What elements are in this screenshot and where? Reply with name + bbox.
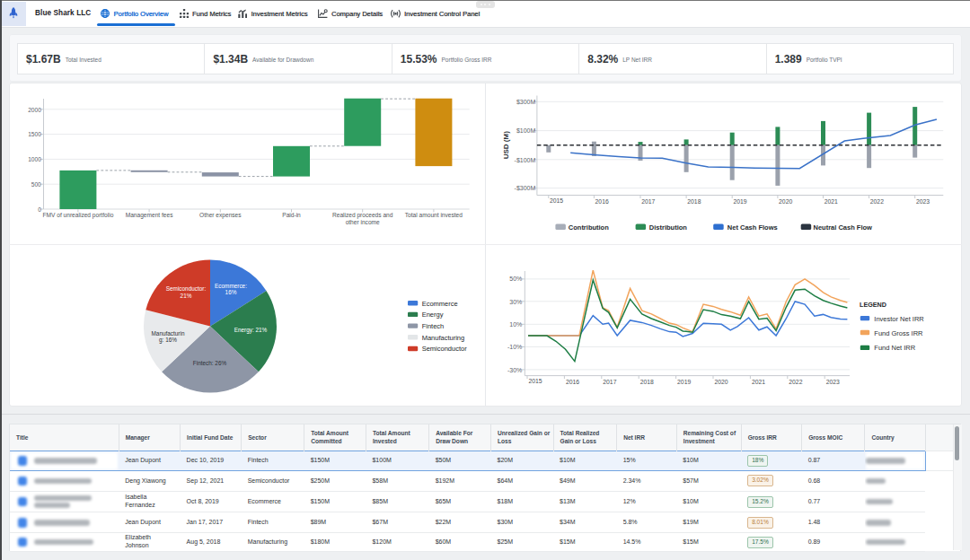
svg-text:Total amount invested: Total amount invested <box>405 212 463 218</box>
svg-text:-30%: -30% <box>507 366 522 372</box>
svg-text:2017: 2017 <box>641 198 655 205</box>
svg-text:Energy: Energy <box>422 311 444 319</box>
svg-text:Neutral Cash Flow: Neutral Cash Flow <box>813 223 872 232</box>
svg-text:21%: 21% <box>181 292 192 298</box>
svg-text:2021: 2021 <box>752 379 765 385</box>
svg-text:-10%: -10% <box>507 344 522 350</box>
svg-text:2017: 2017 <box>603 379 616 385</box>
svg-text:30%: 30% <box>509 298 522 304</box>
svg-text:2000: 2000 <box>28 107 41 113</box>
svg-text:USD (M): USD (M) <box>502 131 510 159</box>
svg-text:0: 0 <box>38 206 41 213</box>
svg-text:Investor Net IRR: Investor Net IRR <box>874 314 924 322</box>
svg-text:10%: 10% <box>509 321 522 328</box>
svg-text:2018: 2018 <box>639 379 653 385</box>
svg-text:2016: 2016 <box>595 198 608 205</box>
svg-text:Manufacturing: Manufacturing <box>422 333 465 341</box>
svg-text:other income: other income <box>346 219 380 225</box>
svg-text:2019: 2019 <box>733 198 746 205</box>
svg-text:2021: 2021 <box>824 198 837 205</box>
svg-text:Manufacturin: Manufacturin <box>152 329 185 336</box>
svg-text:-$100M: -$100M <box>514 157 535 163</box>
svg-text:Fund Gross IRR: Fund Gross IRR <box>874 328 923 337</box>
svg-text:16%: 16% <box>225 289 237 295</box>
svg-text:Fund Net IRR: Fund Net IRR <box>874 344 915 352</box>
svg-text:2023: 2023 <box>916 198 930 205</box>
svg-text:2023: 2023 <box>825 379 839 385</box>
svg-text:Other expenses: Other expenses <box>199 212 242 219</box>
svg-text:2015: 2015 <box>528 378 542 384</box>
svg-text:Semiconductor: Semiconductor <box>422 345 468 353</box>
svg-text:Ecommerce:: Ecommerce: <box>215 282 247 288</box>
svg-text:Net Cash Flows: Net Cash Flows <box>727 223 777 232</box>
svg-text:Management fees: Management fees <box>126 212 173 219</box>
svg-text:FMV of unrealized portfolio: FMV of unrealized portfolio <box>43 212 114 219</box>
svg-text:Distribution: Distribution <box>648 223 686 232</box>
svg-text:Paid-in: Paid-in <box>282 212 301 218</box>
svg-text:Energy: 21%: Energy: 21% <box>234 326 268 333</box>
svg-text:Fintech: Fintech <box>422 322 445 330</box>
svg-text:2019: 2019 <box>677 379 691 385</box>
svg-text:2022: 2022 <box>789 379 802 385</box>
svg-text:-$300M: -$300M <box>514 186 535 192</box>
svg-text:Semiconductor:: Semiconductor: <box>166 285 207 292</box>
svg-text:50%: 50% <box>509 276 522 282</box>
svg-text:$100M: $100M <box>516 128 536 135</box>
svg-text:LEGEND: LEGEND <box>860 301 886 309</box>
svg-text:2018: 2018 <box>687 198 701 205</box>
svg-text:2022: 2022 <box>869 198 883 205</box>
svg-text:1500: 1500 <box>28 132 41 138</box>
svg-text:Fintech: 26%: Fintech: 26% <box>193 360 227 366</box>
svg-text:1000: 1000 <box>28 156 41 162</box>
svg-text:Contribution: Contribution <box>568 223 608 232</box>
svg-text:2016: 2016 <box>566 379 579 385</box>
svg-text:500: 500 <box>31 181 41 188</box>
svg-text:2020: 2020 <box>779 198 792 205</box>
svg-text:Ecommerce: Ecommerce <box>422 299 458 307</box>
svg-text:2015: 2015 <box>550 197 563 204</box>
svg-text:g: 16%: g: 16% <box>159 337 177 344</box>
svg-text:2020: 2020 <box>714 379 728 385</box>
svg-text:$300M: $300M <box>516 99 536 105</box>
